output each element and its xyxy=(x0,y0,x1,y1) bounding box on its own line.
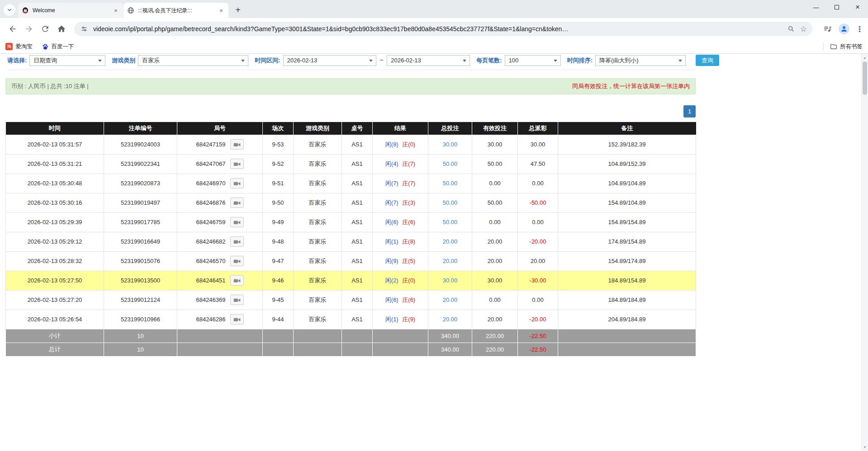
tab-bet-record[interactable]: :::视讯.会员下注纪录::: × xyxy=(123,3,228,18)
result-player: 闲(7) xyxy=(385,180,398,187)
subtotal-count: 10 xyxy=(104,329,177,343)
tab-strip: Welcome × :::视讯.会员下注纪录::: × + — × xyxy=(0,0,868,18)
home-button[interactable] xyxy=(56,23,67,35)
close-button[interactable]: × xyxy=(847,0,868,14)
scrollbar-thumb[interactable] xyxy=(863,61,867,95)
profile-avatar[interactable] xyxy=(839,23,849,34)
cell-bet-no: 523199012124 xyxy=(104,290,177,310)
address-bar[interactable]: videoie.com/ipl/portal.php/game/betrecor… xyxy=(74,22,812,36)
total-bet-link[interactable]: 20.00 xyxy=(443,316,458,323)
query-type-select[interactable]: 日期查询 xyxy=(29,55,105,66)
cell-total-bet: 50.00 xyxy=(428,212,472,232)
media-controls-icon xyxy=(823,24,832,33)
video-replay-button[interactable] xyxy=(230,139,244,150)
browser-menu-button[interactable]: ⋮ xyxy=(856,24,863,34)
table-row: 2026-02-13 05:27:50 523199013500 6842464… xyxy=(6,271,696,290)
video-replay-button[interactable] xyxy=(230,256,244,266)
select-type-label: 请选择: xyxy=(7,56,27,65)
range-separator: ~ xyxy=(380,57,384,64)
video-replay-button[interactable] xyxy=(230,217,244,227)
column-header: 总投注 xyxy=(428,122,472,135)
cell-time: 2026-02-13 05:27:50 xyxy=(6,271,104,290)
media-controls-button[interactable] xyxy=(823,24,832,33)
bookmark-star-icon[interactable]: ☆ xyxy=(800,24,807,34)
page-1-button[interactable]: 1 xyxy=(683,105,696,117)
footer-empty-cell xyxy=(294,329,342,343)
table-row: 2026-02-13 05:31:57 523199024003 6842471… xyxy=(6,135,696,154)
total-bet-link[interactable]: 50.00 xyxy=(443,199,458,206)
zoom-button[interactable] xyxy=(787,24,796,33)
game-type-select[interactable]: 百家乐 xyxy=(138,55,248,66)
date-to-input[interactable]: 2026-02-13 xyxy=(387,55,470,66)
bookmark-label: 爱淘宝 xyxy=(15,43,33,51)
tab-search-button[interactable] xyxy=(4,4,15,16)
cell-result: 闲(9) 庄(5) xyxy=(373,251,428,271)
tab-close-icon[interactable]: × xyxy=(218,7,225,14)
cell-session: 9-49 xyxy=(263,212,294,232)
maximize-button[interactable] xyxy=(826,0,847,14)
total-bet-link[interactable]: 30.00 xyxy=(443,277,458,284)
bookmark-baidu[interactable]: 百度一下 xyxy=(42,43,74,51)
taobao-icon: 淘 xyxy=(5,43,13,50)
cell-payout: -20.00 xyxy=(518,232,558,251)
bookmark-aitaobao[interactable]: 淘 爱淘宝 xyxy=(5,43,33,51)
video-replay-button[interactable] xyxy=(230,236,244,247)
minimize-button[interactable]: — xyxy=(806,0,826,14)
result-player: 闲(1) xyxy=(385,316,398,323)
window-controls: — × xyxy=(806,0,868,18)
total-bet-link[interactable]: 20.00 xyxy=(443,258,458,264)
cell-game-type: 百家乐 xyxy=(294,212,342,232)
date-from-input[interactable]: 2026-02-13 xyxy=(283,55,376,66)
refresh-button[interactable] xyxy=(39,23,51,35)
browser-toolbar: videoie.com/ipl/portal.php/game/betrecor… xyxy=(0,18,868,40)
site-settings-button[interactable] xyxy=(80,24,89,33)
total-bet-link[interactable]: 50.00 xyxy=(443,160,458,167)
total-bet-link[interactable]: 50.00 xyxy=(443,180,458,187)
camera-icon xyxy=(233,297,241,303)
cell-result: 闲(1) 庄(9) xyxy=(373,310,428,329)
new-tab-button[interactable]: + xyxy=(232,4,244,16)
camera-icon xyxy=(233,258,241,264)
cell-bet-no: 523199013500 xyxy=(104,271,177,290)
total-bet-link[interactable]: 20.00 xyxy=(443,238,458,245)
cell-round-no: 684247067 xyxy=(177,154,263,174)
cell-result: 闲(7) 庄(3) xyxy=(373,193,428,212)
cell-result: 闲(7) 庄(7) xyxy=(373,174,428,193)
url-text[interactable]: videoie.com/ipl/portal.php/game/betrecor… xyxy=(93,25,782,33)
cell-valid-bet: 20.00 xyxy=(472,310,518,329)
per-page-select[interactable]: 100 xyxy=(505,55,561,66)
total-bet-link[interactable]: 20.00 xyxy=(443,296,458,303)
cell-total-bet: 20.00 xyxy=(428,310,472,329)
total-bet-link[interactable]: 50.00 xyxy=(443,219,458,226)
footer-empty-cell xyxy=(263,329,294,343)
cell-total-bet: 20.00 xyxy=(428,251,472,271)
vertical-scrollbar[interactable]: ▲ ▼ xyxy=(861,54,868,451)
forward-button[interactable] xyxy=(23,23,35,35)
video-replay-button[interactable] xyxy=(230,197,244,208)
all-bookmarks[interactable]: 所有书签 xyxy=(823,43,863,51)
scroll-up-arrow[interactable]: ▲ xyxy=(862,54,868,61)
column-header: 局号 xyxy=(177,122,263,135)
search-button[interactable]: 查询 xyxy=(696,55,719,66)
video-replay-button[interactable] xyxy=(230,295,244,305)
table-row: 2026-02-13 05:29:12 523199016649 6842466… xyxy=(6,232,696,251)
video-replay-button[interactable] xyxy=(230,314,244,324)
video-replay-button[interactable] xyxy=(230,159,244,169)
sort-select[interactable]: 降幂(由大到小) xyxy=(595,55,686,66)
cell-note: 154.89/104.89 xyxy=(558,193,696,212)
total-bet-link[interactable]: 30.00 xyxy=(443,141,458,148)
video-replay-button[interactable] xyxy=(230,178,244,188)
tab-close-icon[interactable]: × xyxy=(112,7,119,14)
back-button[interactable] xyxy=(7,23,19,35)
home-icon xyxy=(57,24,66,33)
round-number: 684246970 xyxy=(196,180,225,187)
baidu-paw-icon xyxy=(42,43,49,50)
dropdown-caret-icon xyxy=(369,60,373,62)
table-row: 2026-02-13 05:30:48 523199020873 6842469… xyxy=(6,174,696,193)
scroll-down-arrow[interactable]: ▼ xyxy=(862,444,868,451)
video-replay-button[interactable] xyxy=(230,275,244,286)
tab-welcome[interactable]: Welcome × xyxy=(18,3,123,18)
cell-valid-bet: 0.00 xyxy=(472,290,518,310)
cell-valid-bet: 0.00 xyxy=(472,174,518,193)
cell-session: 9-47 xyxy=(263,251,294,271)
